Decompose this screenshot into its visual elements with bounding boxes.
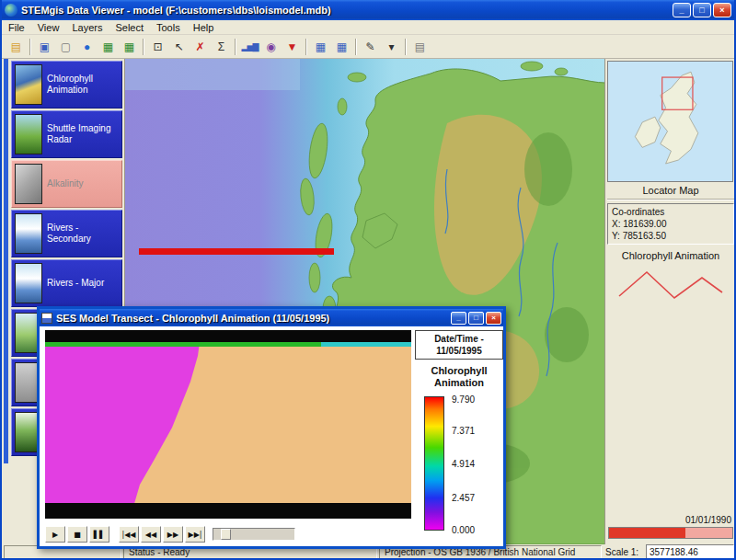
toolbar-separator bbox=[143, 39, 144, 55]
close-button[interactable]: × bbox=[713, 3, 731, 17]
layer-label: Chlorophyll Animation bbox=[42, 74, 121, 96]
skip-first-button[interactable]: |◀◀ bbox=[119, 526, 139, 543]
print-icon[interactable]: ▤ bbox=[409, 37, 431, 56]
play-button[interactable]: ▶ bbox=[45, 526, 65, 543]
transect-plot-svg bbox=[45, 330, 411, 519]
surface-strip bbox=[45, 342, 321, 347]
layer-label: Rivers - Major bbox=[42, 278, 107, 289]
bar-chart-icon[interactable]: ▂▅▇ bbox=[239, 37, 260, 56]
delete-selection-icon[interactable]: ✗ bbox=[190, 37, 211, 56]
time-slider-thumb[interactable] bbox=[221, 529, 231, 540]
transect-plot[interactable] bbox=[45, 330, 411, 519]
draw-dropdown-icon[interactable]: ▾ bbox=[381, 37, 402, 56]
maximize-button[interactable]: □ bbox=[693, 3, 711, 17]
color-scale bbox=[424, 396, 444, 531]
menu-file[interactable]: File bbox=[2, 22, 31, 33]
skip-last-button[interactable]: ▶▶| bbox=[185, 526, 205, 543]
app-globe-icon bbox=[5, 4, 17, 17]
transect-title-bar[interactable]: SES Model Transect - Chlorophyll Animati… bbox=[40, 309, 503, 326]
step-forward-button[interactable]: ▶▶ bbox=[163, 526, 183, 543]
pointer-icon[interactable]: ↖ bbox=[168, 37, 190, 56]
title-bar[interactable]: STEMgis Data Viewer - model (F:\customer… bbox=[2, 0, 734, 20]
select-region-icon[interactable]: ⊡ bbox=[147, 37, 168, 56]
time-slider[interactable] bbox=[213, 528, 295, 541]
timeline-bar[interactable] bbox=[608, 527, 733, 539]
scale-value-box[interactable]: 3577188.46 bbox=[646, 544, 734, 559]
toolbar-separator bbox=[405, 39, 407, 55]
globe-icon[interactable]: ● bbox=[76, 37, 98, 56]
time-series-preview bbox=[614, 267, 728, 305]
scale-tick: 7.371 bbox=[452, 425, 475, 435]
datetime-title: Date/Time - bbox=[416, 333, 502, 345]
rivers-major-icon bbox=[15, 263, 42, 303]
legend-title: Chlorophyll Animation bbox=[415, 365, 503, 389]
locator-map[interactable] bbox=[607, 61, 733, 182]
toolbar-separator bbox=[305, 39, 307, 55]
coordinates-box: Co-ordinates X: 181639.00 Y: 785163.50 bbox=[607, 203, 734, 245]
layer-rivers-secondary[interactable]: Rivers - Secondary bbox=[11, 210, 122, 257]
menu-tools[interactable]: Tools bbox=[150, 22, 187, 33]
scale-label: Scale 1: bbox=[605, 547, 638, 557]
cube-icon[interactable]: ▢ bbox=[55, 37, 76, 56]
menu-view[interactable]: View bbox=[31, 22, 66, 33]
layer-label: Shuttle Imaging Radar bbox=[42, 123, 121, 145]
scale-tick: 9.790 bbox=[452, 394, 475, 404]
locator-map-label: Locator Map bbox=[607, 182, 734, 198]
layer-label: Alkalinity bbox=[42, 178, 86, 189]
minimize-button[interactable]: _ bbox=[673, 3, 691, 17]
application-window: STEMgis Data Viewer - model (F:\customer… bbox=[0, 0, 736, 560]
alkalinity-icon bbox=[15, 164, 42, 204]
transect-minimize-button[interactable]: _ bbox=[451, 312, 466, 325]
chlorophyll-animation-icon bbox=[15, 64, 42, 105]
pause-button[interactable]: ▌▌ bbox=[89, 526, 109, 543]
playback-controls: ▶ ■ ▌▌ |◀◀ ◀◀ ▶▶ ▶▶| bbox=[45, 524, 295, 544]
layer-rivers-major[interactable]: Rivers - Major bbox=[11, 259, 122, 307]
map-grid-icon[interactable]: ▦ bbox=[98, 37, 119, 56]
menu-help[interactable]: Help bbox=[187, 22, 221, 33]
table-icon[interactable]: ▦ bbox=[310, 37, 331, 56]
toolbar-separator bbox=[29, 39, 31, 55]
transect-close-button[interactable]: × bbox=[486, 312, 501, 325]
table-2-icon[interactable]: ▦ bbox=[331, 37, 352, 56]
scale-tick: 0.000 bbox=[452, 524, 475, 534]
toolbar-separator bbox=[235, 39, 236, 55]
layer-chlorophyll-animation[interactable]: Chlorophyll Animation bbox=[11, 61, 122, 109]
timeline-date: 01/01/1990 bbox=[608, 515, 733, 525]
sidebar-scroll-strip[interactable] bbox=[4, 59, 8, 463]
datetime-box: Date/Time - 11/05/1995 bbox=[415, 330, 503, 360]
menu-layers[interactable]: Layers bbox=[65, 22, 109, 33]
transect-legend: Date/Time - 11/05/1995 Chlorophyll Anima… bbox=[415, 330, 503, 545]
transect-window-icon bbox=[41, 313, 52, 324]
transect-window-body: Date/Time - 11/05/1995 Chlorophyll Anima… bbox=[40, 326, 503, 546]
red-arrow-icon[interactable]: ▼ bbox=[282, 37, 303, 56]
scale-tick: 4.914 bbox=[452, 459, 475, 469]
sum-icon[interactable]: Σ bbox=[211, 37, 232, 56]
panel-divider bbox=[607, 199, 734, 200]
layers-icon[interactable]: ▣ bbox=[34, 37, 55, 56]
video-camera-icon[interactable]: ◉ bbox=[260, 37, 282, 56]
stop-button[interactable]: ■ bbox=[67, 526, 87, 543]
transect-maximize-button[interactable]: □ bbox=[468, 312, 484, 325]
layer-shuttle-imaging-radar[interactable]: Shuttle Imaging Radar bbox=[11, 110, 122, 158]
open-folder-icon[interactable]: ▤ bbox=[6, 37, 27, 56]
map-grid-2-icon[interactable]: ▦ bbox=[119, 37, 140, 56]
menu-bar: File View Layers Select Tools Help bbox=[2, 20, 734, 35]
menu-select[interactable]: Select bbox=[109, 22, 150, 33]
transect-line[interactable] bbox=[139, 248, 334, 255]
draw-pencil-icon[interactable]: ✎ bbox=[360, 37, 381, 56]
coordinate-x: X: 181639.00 bbox=[612, 218, 730, 230]
layer-alkalinity[interactable]: Alkalinity bbox=[11, 160, 122, 208]
top-band bbox=[45, 330, 411, 342]
timeline: 01/01/1990 bbox=[608, 515, 733, 539]
transect-window[interactable]: SES Model Transect - Chlorophyll Animati… bbox=[37, 306, 506, 549]
transect-window-title: SES Model Transect - Chlorophyll Animati… bbox=[56, 313, 449, 324]
window-title: STEMgis Data Viewer - model (F:\customer… bbox=[21, 5, 673, 16]
layer-label: Rivers - Secondary bbox=[42, 223, 121, 245]
info-panel: Locator Map Co-ordinates X: 181639.00 Y:… bbox=[604, 59, 736, 544]
step-back-button[interactable]: ◀◀ bbox=[141, 526, 161, 543]
coordinates-title: Co-ordinates bbox=[612, 206, 730, 218]
rivers-secondary-icon bbox=[15, 213, 42, 254]
color-scale-wrap: 9.790 7.371 4.914 2.457 0.000 bbox=[415, 396, 503, 531]
scale-tick: 2.457 bbox=[452, 492, 475, 502]
shuttle-imaging-radar-icon bbox=[15, 114, 42, 154]
